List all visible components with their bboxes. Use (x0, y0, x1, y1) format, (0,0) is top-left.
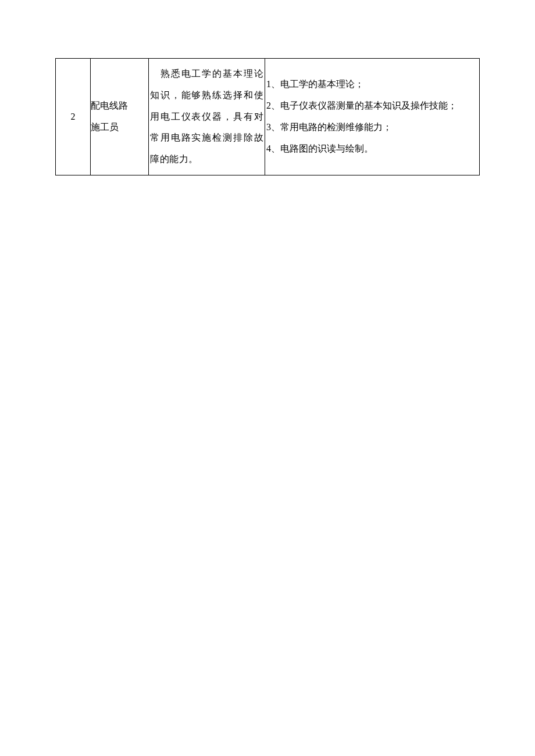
point-item: 3、常用电路的检测维修能力； (266, 117, 478, 138)
role-line-1: 配电线路 (91, 95, 148, 117)
role-line-2: 施工员 (91, 117, 148, 138)
point-item: 2、电子仪表仪器测量的基本知识及操作技能； (266, 95, 478, 117)
point-item: 4、电路图的识读与绘制。 (266, 138, 478, 160)
table-row: 2 配电线路 施工员 熟悉电工学的基本理论知识，能够熟练选择和使用电工仪表仪器，… (56, 59, 480, 175)
point-item: 1、电工学的基本理论； (266, 74, 478, 95)
cell-description: 熟悉电工学的基本理论知识，能够熟练选择和使用电工仪表仪器，具有对常用电路实施检测… (149, 59, 265, 175)
description-text: 熟悉电工学的基本理论知识，能够熟练选择和使用电工仪表仪器，具有对常用电路实施检测… (150, 69, 263, 164)
cell-role: 配电线路 施工员 (91, 59, 149, 175)
skills-table: 2 配电线路 施工员 熟悉电工学的基本理论知识，能够熟练选择和使用电工仪表仪器，… (55, 58, 480, 175)
row-index: 2 (71, 112, 76, 121)
cell-index: 2 (56, 59, 91, 175)
cell-points: 1、电工学的基本理论； 2、电子仪表仪器测量的基本知识及操作技能； 3、常用电路… (265, 59, 480, 175)
